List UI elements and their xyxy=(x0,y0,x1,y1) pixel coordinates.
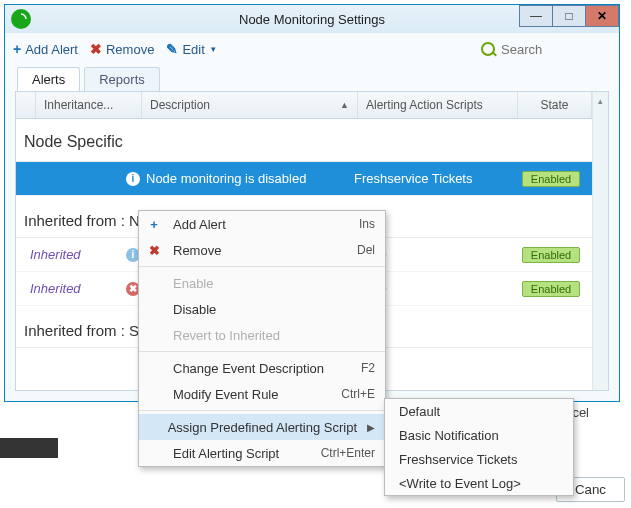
column-state[interactable]: State xyxy=(518,92,592,118)
toolbar: + Add Alert ✖ Remove ✎ Edit ▾ xyxy=(5,33,619,65)
cell-state: Enabled xyxy=(514,171,588,187)
tab-bar: Alerts Reports xyxy=(5,65,619,91)
submenu-default[interactable]: Default xyxy=(385,399,573,423)
cell-state: Enabled xyxy=(514,281,588,297)
chevron-down-icon: ▾ xyxy=(211,44,216,54)
table-row[interactable]: i Node monitoring is disabled Freshservi… xyxy=(16,162,608,196)
cell-description: Node monitoring is disabled xyxy=(144,171,354,186)
tab-reports-label: Reports xyxy=(99,72,145,87)
add-alert-button[interactable]: + Add Alert xyxy=(13,41,78,57)
column-inheritance[interactable]: Inheritance... xyxy=(36,92,142,118)
titlebar: Node Monitoring Settings — □ ✕ xyxy=(5,5,619,33)
ctx-enable: Enable xyxy=(139,270,385,296)
minimize-button[interactable]: — xyxy=(519,5,553,27)
ctx-edit-script[interactable]: Edit Alerting Script Ctrl+Enter xyxy=(139,440,385,466)
separator xyxy=(139,410,385,411)
ctx-assign-script[interactable]: Assign Predefined Alerting Script ▶ xyxy=(139,414,385,440)
search-input[interactable] xyxy=(499,41,589,58)
section-node-specific: Node Specific xyxy=(16,119,608,162)
add-alert-label: Add Alert xyxy=(25,42,78,57)
minimize-icon: — xyxy=(530,9,542,23)
search-icon xyxy=(481,42,495,56)
scroll-up-icon[interactable]: ▴ xyxy=(593,94,607,108)
sort-asc-icon: ▲ xyxy=(340,100,349,110)
x-icon: ✖ xyxy=(90,41,102,57)
ctx-remove[interactable]: ✖ Remove Del xyxy=(139,237,385,263)
cell-state: Enabled xyxy=(514,247,588,263)
maximize-button[interactable]: □ xyxy=(552,5,586,27)
separator xyxy=(139,351,385,352)
ctx-change-description[interactable]: Change Event Description F2 xyxy=(139,355,385,381)
x-icon: ✖ xyxy=(145,243,163,258)
ctx-revert: Revert to Inherited xyxy=(139,322,385,348)
ctx-modify-rule[interactable]: Modify Event Rule Ctrl+E xyxy=(139,381,385,407)
tab-alerts-label: Alerts xyxy=(32,72,65,87)
enabled-badge: Enabled xyxy=(522,281,580,297)
column-gutter xyxy=(16,92,36,118)
cell-scripts: Freshservice Tickets xyxy=(354,171,514,186)
tab-alerts[interactable]: Alerts xyxy=(17,67,80,91)
pencil-icon: ✎ xyxy=(166,41,178,57)
ctx-disable[interactable]: Disable xyxy=(139,296,385,322)
remove-label: Remove xyxy=(106,42,154,57)
grid-header: Inheritance... Description ▲ Alerting Ac… xyxy=(16,92,608,119)
ctx-add-alert[interactable]: + Add Alert Ins xyxy=(139,211,385,237)
column-scripts[interactable]: Alerting Action Scripts xyxy=(358,92,518,118)
window-title: Node Monitoring Settings xyxy=(239,12,385,27)
remove-button[interactable]: ✖ Remove xyxy=(90,41,154,57)
chevron-right-icon: ▶ xyxy=(367,422,375,433)
assign-script-submenu: Default Basic Notification Freshservice … xyxy=(384,398,574,496)
background-strip xyxy=(0,438,58,458)
maximize-icon: □ xyxy=(565,9,572,23)
separator xyxy=(139,266,385,267)
tab-reports[interactable]: Reports xyxy=(84,67,160,91)
submenu-write-event-log[interactable]: <Write to Event Log> xyxy=(385,471,573,495)
app-icon xyxy=(11,9,31,29)
context-menu: + Add Alert Ins ✖ Remove Del Enable Disa… xyxy=(138,210,386,467)
close-icon: ✕ xyxy=(597,9,607,23)
cell-inheritance: Inherited xyxy=(16,281,122,296)
plus-icon: + xyxy=(145,217,163,232)
cell-inheritance: Inherited xyxy=(16,247,122,262)
submenu-freshservice[interactable]: Freshservice Tickets xyxy=(385,447,573,471)
plus-icon: + xyxy=(13,41,21,57)
info-icon: i xyxy=(122,172,144,186)
search-box[interactable] xyxy=(481,41,611,58)
edit-label: Edit xyxy=(182,42,204,57)
submenu-basic-notification[interactable]: Basic Notification xyxy=(385,423,573,447)
vertical-scrollbar[interactable]: ▴ xyxy=(592,92,608,390)
enabled-badge: Enabled xyxy=(522,247,580,263)
column-description[interactable]: Description ▲ xyxy=(142,92,358,118)
enabled-badge: Enabled xyxy=(522,171,580,187)
edit-button[interactable]: ✎ Edit ▾ xyxy=(166,41,215,57)
close-button[interactable]: ✕ xyxy=(585,5,619,27)
